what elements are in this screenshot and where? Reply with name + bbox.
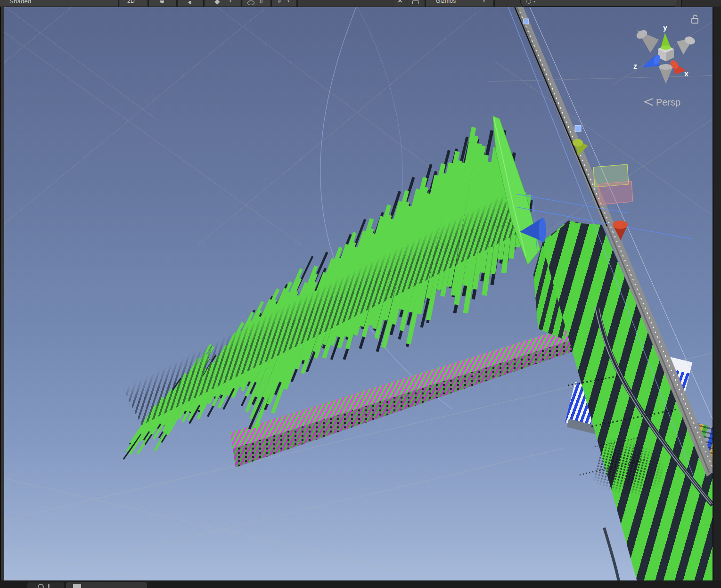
- rail-shade: [516, 7, 709, 473]
- gizmo-overlay-layer: y x z Persp: [0, 0, 721, 588]
- gizmos-dropdown[interactable]: Gizmos ▾: [426, 0, 493, 6]
- grid-visibility-button[interactable]: # ▾: [272, 0, 296, 6]
- toolbar-divider: [296, 0, 298, 7]
- scene-visibility-button[interactable]: 0: [243, 0, 270, 6]
- gizmo-axis-y[interactable]: [661, 33, 671, 50]
- dither-lines: [568, 375, 679, 475]
- persp-label[interactable]: Persp: [656, 97, 680, 107]
- tool-settings-button[interactable]: [394, 0, 406, 6]
- toolbar-divider: [270, 0, 272, 7]
- toolbar-divider: [493, 0, 495, 7]
- scene-viewport[interactable]: y x z Persp: [0, 0, 721, 588]
- bottom-tab-bar: [0, 580, 721, 588]
- audio-toggle-button[interactable]: [178, 0, 203, 6]
- chevron-down-icon: ▾: [287, 0, 289, 3]
- shaded-dropdown-label: Shaded: [9, 0, 32, 5]
- speaker-icon: [188, 1, 191, 4]
- panel-border-left: [0, 0, 4, 588]
- eye-icon: [247, 0, 254, 5]
- unity-scene-view-window: y x z Persp Shaded 2D: [0, 0, 721, 588]
- gizmos-dropdown-label: Gizmos: [436, 0, 456, 4]
- scene-toolbar: Shaded 2D ▾ 0 # ▾: [0, 0, 721, 7]
- camera-settings-button[interactable]: [408, 0, 423, 6]
- translucent-quad-red: [598, 181, 633, 204]
- shaded-dropdown[interactable]: Shaded: [0, 0, 118, 6]
- toolbar-divider: [241, 0, 242, 7]
- chevron-down-icon: ▾: [229, 0, 231, 3]
- bottom-tab-panel[interactable]: [66, 582, 147, 588]
- lock-icon[interactable]: [692, 15, 698, 23]
- lighting-toggle-button[interactable]: [149, 0, 176, 6]
- handle-square-mid[interactable]: [575, 125, 581, 131]
- gizmo-axis-z[interactable]: [642, 54, 662, 67]
- toolbar-divider: [425, 0, 426, 7]
- chevron-down-icon: ▾: [483, 0, 485, 3]
- scene-search-input[interactable]: ▾: [520, 0, 678, 7]
- orientation-gizmo: y x z Persp: [633, 15, 698, 107]
- 2d-toggle-label: 2D: [127, 0, 135, 4]
- toolbar-divider: [147, 0, 149, 7]
- camera-icon: [412, 0, 419, 4]
- panel-border-right[interactable]: [713, 0, 721, 588]
- hidden-objects-count: 0: [260, 0, 262, 4]
- toolbar-divider: [203, 0, 205, 7]
- grid-icon: #: [278, 0, 281, 4]
- pin-glyph-icon: [48, 584, 49, 588]
- search-icon: [526, 0, 531, 4]
- effects-dropdown-button[interactable]: ▾: [205, 0, 240, 6]
- panel-tab-icon: [73, 584, 81, 588]
- bottom-tab-icons[interactable]: [27, 582, 64, 588]
- handle-square-top[interactable]: [524, 19, 529, 24]
- 2d-toggle-button[interactable]: 2D: [120, 0, 147, 6]
- blue-cone-handle[interactable]: [520, 218, 546, 242]
- axis-label-z[interactable]: z: [633, 62, 637, 70]
- persp-arrow-icon[interactable]: [645, 98, 653, 106]
- chevron-down-icon: ▾: [533, 0, 535, 4]
- toolbar-divider: [118, 0, 119, 7]
- rail-dark-edge: [515, 7, 607, 226]
- lightbulb-icon: [160, 0, 164, 3]
- toolbar-divider: [176, 0, 178, 7]
- toolbar-right-spacer: [681, 0, 721, 7]
- axis-label-x[interactable]: x: [684, 70, 688, 78]
- search-glyph-icon: [38, 584, 44, 588]
- axis-label-y[interactable]: y: [663, 24, 667, 32]
- effects-star-icon: [214, 0, 220, 5]
